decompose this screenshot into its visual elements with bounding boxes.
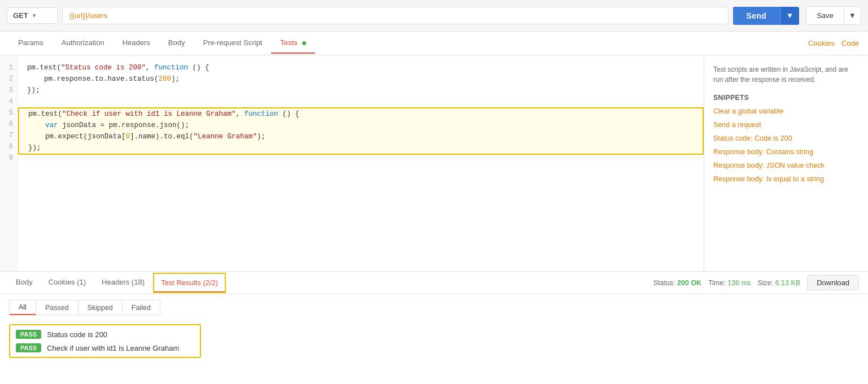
test-name-1: Status code is 200 — [47, 330, 107, 339]
snippet-body-equal[interactable]: Response body: Is equal to a string — [713, 175, 859, 183]
tests-dot-icon — [302, 41, 306, 45]
time-value: 136 ms — [727, 279, 751, 287]
snippet-body-contains[interactable]: Response body: Contains string — [713, 148, 859, 156]
test-results-list: PASS Status code is 200 PASS Check if us… — [0, 321, 868, 384]
top-bar: GET ▼ {{url}}/users Send ▼ Save ▼ — [0, 0, 868, 32]
snippets-panel: Test scripts are written in JavaScript, … — [704, 55, 868, 271]
result-tab-headers[interactable]: Headers (18) — [95, 273, 151, 292]
pass-badge-2: PASS — [16, 343, 41, 352]
filter-failed[interactable]: Failed — [122, 300, 160, 315]
code-content[interactable]: pm.test("Status code is 200", function (… — [18, 55, 704, 271]
filter-skipped[interactable]: Skipped — [78, 300, 122, 315]
method-label: GET — [13, 11, 28, 20]
tab-params[interactable]: Params — [9, 33, 53, 54]
tab-authorization[interactable]: Authorization — [53, 33, 114, 54]
status-label: Status: 200 OK — [653, 279, 701, 287]
send-button-group: Send ▼ — [733, 7, 800, 25]
save-button[interactable]: Save — [806, 7, 844, 24]
tab-pre-request[interactable]: Pre-request Script — [194, 33, 271, 54]
line-numbers: 1 2 3 4 5 6 7 8 9 — [0, 55, 18, 271]
save-dropdown-icon[interactable]: ▼ — [844, 7, 861, 24]
result-tab-bar: Body Cookies (1) Headers (18) Test Resul… — [0, 272, 868, 294]
snippet-clear-global[interactable]: Clear a global variable — [713, 107, 859, 115]
result-tab-cookies[interactable]: Cookies (1) — [42, 273, 93, 292]
main-content: 1 2 3 4 5 6 7 8 9 pm.test("Status code i… — [0, 55, 868, 271]
tab-headers[interactable]: Headers — [114, 33, 159, 54]
cookies-link[interactable]: Cookies — [808, 39, 835, 47]
size-label: Size: 6.13 KB — [757, 279, 800, 287]
url-bar[interactable]: {{url}}/users — [62, 7, 729, 24]
send-button[interactable]: Send — [733, 7, 780, 25]
size-value: 6.13 KB — [775, 279, 800, 287]
pass-badge-1: PASS — [16, 330, 41, 339]
code-link[interactable]: Code — [841, 39, 859, 47]
snippet-status-code[interactable]: Status code: Code is 200 — [713, 134, 859, 142]
test-row-2: PASS Check if user with id1 is Leanne Gr… — [16, 343, 194, 352]
snippets-description: Test scripts are written in JavaScript, … — [713, 64, 859, 85]
results-group: PASS Status code is 200 PASS Check if us… — [9, 324, 201, 358]
filter-tabs: All Passed Skipped Failed — [0, 294, 868, 321]
snippets-title: SNIPPETS — [713, 94, 859, 102]
response-meta: Status: 200 OK Time: 136 ms Size: 6.13 K… — [653, 275, 859, 290]
filter-passed[interactable]: Passed — [36, 300, 78, 315]
snippet-json-value[interactable]: Response body: JSON value check — [713, 162, 859, 169]
result-tab-test-results[interactable]: Test Results (2/2) — [154, 273, 225, 293]
method-select[interactable]: GET ▼ — [7, 7, 58, 24]
bottom-section: Body Cookies (1) Headers (18) Test Resul… — [0, 271, 868, 384]
tab-body[interactable]: Body — [159, 33, 194, 54]
test-name-2: Check if user with id1 is Leanne Graham — [47, 344, 179, 352]
result-tab-body[interactable]: Body — [9, 273, 40, 292]
url-text: {{url}}/users — [69, 11, 107, 20]
right-links: Cookies Code — [808, 39, 859, 47]
send-dropdown-icon[interactable]: ▼ — [780, 7, 799, 25]
request-tab-bar: Params Authorization Headers Body Pre-re… — [0, 32, 868, 55]
code-editor[interactable]: 1 2 3 4 5 6 7 8 9 pm.test("Status code i… — [0, 55, 704, 271]
filter-all[interactable]: All — [9, 300, 36, 315]
test-row-1: PASS Status code is 200 — [16, 330, 194, 339]
download-button[interactable]: Download — [807, 275, 859, 290]
method-chevron-icon: ▼ — [32, 12, 37, 19]
tab-tests[interactable]: Tests — [271, 33, 315, 54]
snippet-send-request[interactable]: Send a request — [713, 121, 859, 129]
time-label: Time: 136 ms — [708, 279, 751, 287]
save-button-group: Save ▼ — [806, 6, 861, 25]
status-value: 200 OK — [677, 279, 701, 287]
